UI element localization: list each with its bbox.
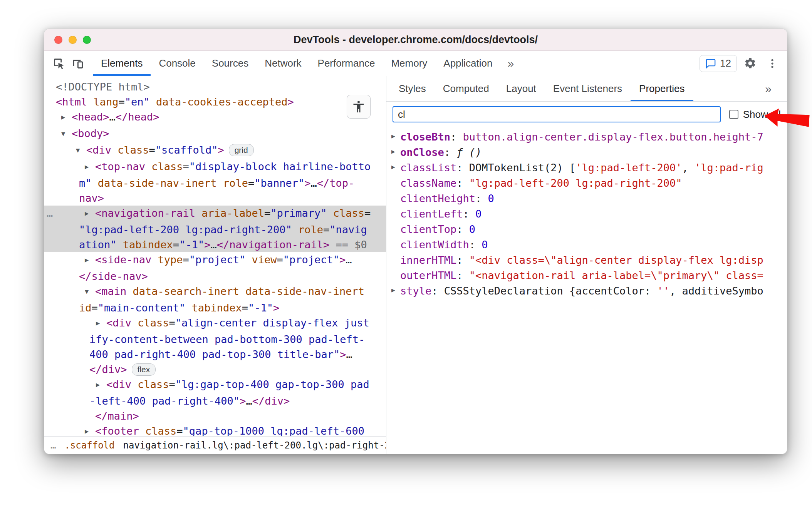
code-token: "display-block hairline-botto <box>189 161 371 172</box>
code-token: </main> <box>95 410 139 422</box>
badge-grid[interactable]: grid <box>229 144 254 156</box>
show-all-checkbox[interactable] <box>729 110 738 119</box>
expand-arrow-open-icon[interactable]: ▼ <box>76 143 86 158</box>
property-row[interactable]: clientTop: 0 <box>386 222 787 237</box>
code-token: = <box>149 144 155 156</box>
property-token: onClose <box>400 146 444 158</box>
dom-tree-row[interactable]: …▶<navigation-rail aria-label="primary" … <box>44 206 386 222</box>
dom-tree-row[interactable]: ▶<side-nav type="project" view="project"… <box>44 252 386 269</box>
properties-filter-input[interactable] <box>393 106 721 122</box>
property-token: button.align-center.display-flex.button.… <box>463 131 763 143</box>
expand-arrow-closed-icon[interactable]: ▶ <box>391 129 395 144</box>
expand-arrow-closed-icon[interactable]: ▶ <box>96 377 106 392</box>
dom-tree-row[interactable]: "lg:pad-left-200 lg:pad-right-200" role=… <box>44 222 386 237</box>
property-row[interactable]: clientWidth: 0 <box>386 237 787 253</box>
expand-arrow-open-icon[interactable]: ▼ <box>85 284 95 299</box>
tab-network[interactable]: Network <box>257 51 309 76</box>
badge-flex[interactable]: flex <box>132 363 156 376</box>
code-token: view <box>245 254 277 266</box>
breadcrumb-item[interactable]: … <box>50 440 56 451</box>
dom-tree-row[interactable]: ▼<main data-search-inert data-side-nav-i… <box>44 284 386 300</box>
dom-tree-row[interactable]: ▼<div class="scaffold">grid <box>44 142 386 159</box>
dom-tree-row[interactable]: id="main-content" tabindex="-1"> <box>44 300 386 315</box>
messages-count: 12 <box>720 57 731 69</box>
property-row[interactable]: ▶closeBtn: button.align-center.display-f… <box>386 129 787 145</box>
dom-tree-row[interactable]: ▶<footer class="gap-top-1000 lg:pad-left… <box>44 423 386 436</box>
more-sidebar-tabs-button[interactable]: » <box>758 76 787 101</box>
code-token: </navigation-rail> <box>217 239 330 251</box>
row-menu-dots[interactable]: … <box>47 206 53 221</box>
code-token: = <box>264 207 270 219</box>
code-token: "project" <box>283 254 339 266</box>
dom-tree-row[interactable]: ▶<div class="align-center display-flex j… <box>44 315 386 332</box>
tab-performance[interactable]: Performance <box>310 51 383 76</box>
property-row[interactable]: ▶onClose: ƒ () <box>386 145 787 160</box>
tab-elements[interactable]: Elements <box>93 51 151 76</box>
sidebar-tab-computed[interactable]: Computed <box>435 76 498 101</box>
dom-tree-row[interactable]: <!DOCTYPE html> <box>44 79 386 94</box>
device-toolbar-icon <box>71 57 84 70</box>
code-token: <div <box>86 144 111 156</box>
code-token: <!DOCTYPE html> <box>56 81 150 93</box>
expand-arrow-closed-icon[interactable]: ▶ <box>391 283 395 298</box>
devtools-toolbar: ElementsConsoleSourcesNetworkPerformance… <box>44 51 787 76</box>
sidebar-tab-properties[interactable]: Properties <box>631 76 693 101</box>
toggle-device-toolbar-button[interactable] <box>68 51 87 76</box>
dom-tree-row[interactable]: </side-nav> <box>44 269 386 284</box>
property-row[interactable]: className: "lg:pad-left-200 lg:pad-right… <box>386 176 787 191</box>
expand-arrow-closed-icon[interactable]: ▶ <box>85 424 95 436</box>
dom-tree-row[interactable]: ▶<top-nav class="display-block hairline-… <box>44 159 386 176</box>
code-token: > <box>273 302 279 314</box>
more-panels-button[interactable]: » <box>501 51 521 76</box>
dom-tree-row[interactable]: m" data-side-nav-inert role="banner">…</… <box>44 176 386 191</box>
devtools-content: <!DOCTYPE html><html lang="en" data-cook… <box>44 76 787 454</box>
expand-arrow-closed-icon[interactable]: ▶ <box>85 206 95 221</box>
expand-arrow-open-icon[interactable]: ▼ <box>61 126 72 141</box>
inspect-icon <box>52 57 65 70</box>
tab-memory[interactable]: Memory <box>383 51 435 76</box>
dom-tree-row[interactable]: -left-400 pad-right-400">…</div> <box>44 393 386 408</box>
dom-tree-row[interactable]: nav> <box>44 191 386 206</box>
code-token: ify-content-between pad-bottom-300 pad-l… <box>89 333 365 345</box>
sidebar-tab-event-listeners[interactable]: Event Listeners <box>545 76 631 101</box>
property-token: "<navigation-rail aria-label=\"primary\"… <box>469 269 763 281</box>
expand-arrow-closed-icon[interactable]: ▶ <box>85 159 95 174</box>
property-row[interactable]: ▶classList: DOMTokenList(2) ['lg:pad-lef… <box>386 160 787 176</box>
inspect-element-button[interactable] <box>50 51 68 76</box>
property-row[interactable]: innerHTML: "<div class=\"align-center di… <box>386 253 787 268</box>
property-row[interactable]: clientHeight: 0 <box>386 191 787 206</box>
property-token: 'lg:pad-rig <box>695 162 763 174</box>
dom-tree-row[interactable]: </div>flex <box>44 362 386 377</box>
customize-devtools-button[interactable] <box>763 58 782 69</box>
settings-button[interactable] <box>741 57 759 70</box>
expand-arrow-closed-icon[interactable]: ▶ <box>96 316 106 331</box>
sidebar-tab-layout[interactable]: Layout <box>498 76 545 101</box>
dom-tree-row[interactable]: 400 pad-right-400 pad-top-300 title-bar"… <box>44 347 386 362</box>
property-row[interactable]: clientLeft: 0 <box>386 206 787 222</box>
expand-arrow-closed-icon[interactable]: ▶ <box>61 110 72 125</box>
code-token: data-side-nav-inert <box>239 285 364 297</box>
expand-arrow-closed-icon[interactable]: ▶ <box>85 253 95 268</box>
dom-tree-row[interactable]: ▶<head>…</head> <box>44 109 386 126</box>
console-messages-button[interactable]: 12 <box>700 55 737 72</box>
dom-tree-row[interactable]: ▶<div class="lg:gap-top-400 gap-top-300 … <box>44 377 386 393</box>
elements-panel: <!DOCTYPE html><html lang="en" data-cook… <box>44 76 386 454</box>
expand-arrow-closed-icon[interactable]: ▶ <box>391 160 395 175</box>
sidebar-tab-styles[interactable]: Styles <box>390 76 435 101</box>
tab-sources[interactable]: Sources <box>204 51 257 76</box>
dom-tree-row[interactable]: ation" tabindex="-1">…</navigation-rail>… <box>44 237 386 252</box>
property-token: : <box>463 208 476 220</box>
expand-arrow-closed-icon[interactable]: ▶ <box>391 145 395 159</box>
dom-tree-row[interactable]: </main> <box>44 408 386 423</box>
code-token: = <box>323 224 329 236</box>
dom-tree-row[interactable]: ify-content-between pad-bottom-300 pad-l… <box>44 332 386 347</box>
breadcrumb-item[interactable]: .scaffold <box>64 440 114 451</box>
dom-tree-row[interactable]: ▼<body> <box>44 126 386 142</box>
tab-application[interactable]: Application <box>435 51 500 76</box>
property-row[interactable]: outerHTML: "<navigation-rail aria-label=… <box>386 268 787 283</box>
property-token: clientWidth <box>400 239 469 251</box>
property-row[interactable]: ▶style: CSSStyleDeclaration {accentColor… <box>386 283 787 299</box>
breadcrumb-item[interactable]: navigation-rail.lg\:pad-left-200.lg\:pad… <box>123 440 386 451</box>
tab-console[interactable]: Console <box>151 51 203 76</box>
dom-tree-row[interactable]: <html lang="en" data-cookies-accepted> <box>44 94 386 109</box>
